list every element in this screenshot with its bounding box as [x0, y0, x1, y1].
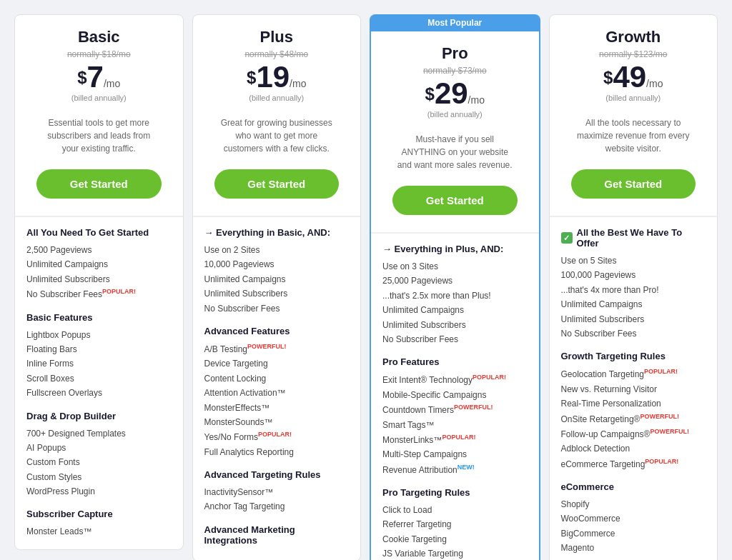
price-suffix-growth: /mo [646, 78, 663, 89]
badge: POPULAR! [258, 431, 292, 438]
get-started-btn-pro[interactable]: Get Started [392, 186, 518, 215]
feature-item: A/B TestingPOWERFUL! [204, 341, 350, 356]
current-price-pro: $29/mo [382, 79, 528, 109]
plan-features-plus: → Everything in Basic, AND:Use on 2 Site… [193, 216, 361, 560]
plan-card-pro: Most Popular Pro normally $73/mo $29/mo … [370, 14, 540, 560]
plan-name-growth: Growth [561, 28, 706, 46]
feature-item: Unlimited Campaigns [382, 303, 528, 317]
price-amount-plus: 19 [256, 60, 290, 94]
dollar-sign-basic: $ [77, 68, 86, 87]
feature-item: Use on 5 Sites [561, 254, 706, 268]
price-amount-basic: 7 [87, 60, 104, 94]
feature-item: Lightbox Popups [26, 328, 172, 342]
section-header-plus-0: → Everything in Basic, AND: [204, 227, 350, 238]
feature-item: ...that's 4x more than Pro! [561, 283, 706, 297]
plan-features-pro: → Everything in Plus, AND:Use on 3 Sites… [371, 233, 539, 560]
feature-item: Use on 3 Sites [382, 259, 528, 274]
billing-note-plus: (billed annually) [204, 94, 350, 102]
feature-item: Unlimited Subscribers [382, 318, 528, 332]
feature-item: Fullscreen Overlays [26, 386, 172, 400]
plan-header-pro: Pro normally $73/mo $29/mo (billed annua… [371, 31, 539, 233]
feature-item: JS Variable Targeting [382, 546, 528, 560]
get-started-btn-basic[interactable]: Get Started [36, 169, 162, 199]
plan-header-plus: Plus normally $48/mo $19/mo (billed annu… [193, 15, 361, 216]
check-icon: ✓ [561, 232, 573, 244]
price-suffix-basic: /mo [104, 78, 120, 89]
dollar-sign-pro: $ [425, 84, 435, 104]
feature-item: Unlimited Subscribers [561, 312, 706, 326]
get-started-btn-growth[interactable]: Get Started [571, 169, 696, 199]
current-price-plus: $19/mo [204, 62, 350, 92]
section-header-pro-1: Pro Features [382, 356, 528, 367]
section-header-basic-2: Drag & Drop Builder [26, 411, 172, 421]
plan-features-growth: ✓ All the Best We Have To Offer Use on 5… [550, 216, 718, 560]
feature-item: Geolocation TargetingPOPULAR! [561, 366, 706, 381]
feature-item: Exit Intent® TechnologyPOPULAR! [382, 372, 528, 387]
feature-item: Referrer Targeting [382, 517, 528, 531]
badge: NEW! [458, 464, 475, 471]
plan-description-pro: Must-have if you sell ANYTHING on your w… [382, 126, 528, 179]
feature-item: WordPress Plugin [26, 484, 172, 499]
price-amount-growth: 49 [613, 60, 646, 94]
price-amount-pro: 29 [435, 76, 468, 110]
feature-item: Monster Leads™ [26, 524, 172, 539]
feature-item: MonsterEffects™ [204, 401, 350, 415]
feature-item: MonsterSounds™ [204, 415, 350, 429]
arrow-label: → Everything in Basic, AND: [204, 227, 331, 238]
billing-note-growth: (billed annually) [561, 94, 706, 102]
pricing-container: Basic normally $18/mo $7/mo (billed annu… [14, 14, 718, 560]
badge: POWERFUL! [640, 413, 679, 420]
feature-item: Inline Forms [26, 356, 172, 371]
arrow-label: → Everything in Plus, AND: [382, 244, 503, 254]
billing-note-basic: (billed annually) [26, 94, 172, 102]
badge: POPULAR! [102, 288, 136, 295]
plan-card-growth: Growth normally $123/mo $49/mo (billed a… [549, 14, 718, 560]
feature-item: eCommerce TargetingPOPULAR! [561, 456, 706, 471]
plan-card-basic: Basic normally $18/mo $7/mo (billed annu… [14, 14, 184, 550]
plan-name-basic: Basic [26, 28, 172, 46]
section-header-growth-0: ✓ All the Best We Have To Offer [561, 227, 706, 249]
get-started-btn-plus[interactable]: Get Started [214, 169, 340, 199]
feature-item: Custom Styles [26, 470, 172, 484]
feature-item: Unlimited Subscribers [26, 272, 172, 286]
feature-item: Floating Bars [26, 342, 172, 356]
feature-item: Device Targeting [204, 356, 350, 371]
feature-item: Unlimited Campaigns [26, 257, 172, 271]
feature-item: AI Popups [26, 441, 172, 455]
feature-item: No Subscriber FeesPOPULAR! [26, 286, 172, 301]
feature-item: Mobile-Specific Campaigns [382, 388, 528, 402]
plan-header-basic: Basic normally $18/mo $7/mo (billed annu… [15, 15, 183, 216]
feature-item: Follow-up Campaigns®POWERFUL! [561, 426, 706, 441]
feature-item: Adblock Detection [561, 441, 706, 456]
plan-name-plus: Plus [204, 28, 350, 46]
feature-item: BigCommerce [561, 526, 706, 541]
feature-item: Magento [561, 541, 706, 555]
feature-item: Anchor Tag Targeting [204, 499, 350, 514]
section-header-plus-3: Advanced Marketing Integrations [204, 524, 350, 546]
plan-features-basic: All You Need To Get Started2,500 Pagevie… [15, 216, 183, 549]
price-suffix-plus: /mo [290, 78, 306, 89]
feature-item: Content Locking [204, 371, 350, 386]
badge: POWERFUL! [454, 404, 493, 411]
badge: POPULAR! [442, 434, 475, 441]
feature-item: 25,000 Pageviews [382, 274, 528, 288]
feature-item: Full Analytics Reporting [204, 445, 350, 459]
badge: POPULAR! [644, 368, 678, 375]
current-price-basic: $7/mo [26, 62, 172, 92]
feature-item: ...that's 2.5x more than Plus! [382, 289, 528, 303]
section-header-growth-2: eCommerce [561, 481, 706, 492]
feature-item: Shopify [561, 497, 706, 511]
plan-header-growth: Growth normally $123/mo $49/mo (billed a… [550, 15, 718, 216]
plan-card-plus: Plus normally $48/mo $19/mo (billed annu… [192, 14, 362, 560]
badge: POWERFUL! [650, 428, 689, 435]
section-header-pro-0: → Everything in Plus, AND: [382, 244, 528, 254]
feature-item: Multi-Step Campaigns [382, 447, 528, 461]
feature-item: 100,000 Pageviews [561, 268, 706, 282]
feature-item: WooCommerce [561, 511, 706, 526]
badge: POPULAR! [473, 374, 506, 381]
feature-item: New vs. Returning Visitor [561, 382, 706, 396]
feature-item: Countdown TimersPOWERFUL! [382, 402, 528, 417]
feature-item: Scroll Boxes [26, 371, 172, 386]
feature-item: 2,500 Pageviews [26, 243, 172, 257]
feature-item: 10,000 Pageviews [204, 257, 350, 271]
